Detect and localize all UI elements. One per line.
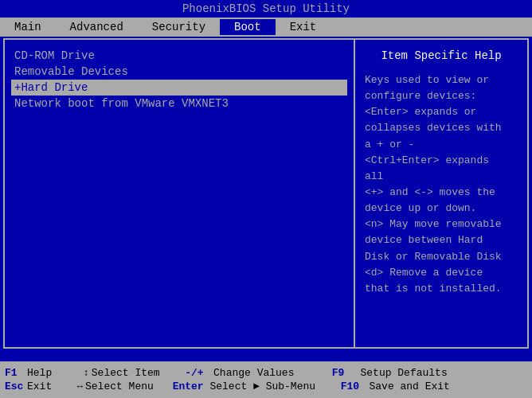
- boot-device-item[interactable]: Network boot from VMware VMXNET3: [11, 96, 347, 111]
- menu-item-security[interactable]: Security: [138, 19, 220, 35]
- leftright-arrow: ↔: [77, 381, 83, 392]
- key-f10: F10: [341, 380, 363, 392]
- updown-arrow: ↕: [84, 368, 89, 379]
- menu-item-exit[interactable]: Exit: [276, 19, 331, 35]
- help-title: Item Specific Help: [365, 48, 518, 64]
- app-title: PhoenixBIOS Setup Utility: [182, 2, 350, 15]
- desc-help: Help: [27, 367, 71, 379]
- menu-bar: MainAdvancedSecurityBootExit: [0, 18, 532, 37]
- key-f9: F9: [332, 367, 354, 379]
- bottom-bar: F1 Help ↕ Select Item -/+ Change Values …: [0, 361, 532, 398]
- boot-device-item[interactable]: +Hard Drive: [11, 80, 347, 96]
- shortcut-row-1: F1 Help ↕ Select Item -/+ Change Values …: [5, 367, 527, 379]
- boot-device-item[interactable]: Removable Devices: [11, 64, 347, 80]
- help-text: Keys used to view or configure devices: …: [365, 72, 518, 297]
- desc-select-menu: Select Menu: [85, 380, 160, 392]
- key-minus-plus: -/+: [185, 367, 207, 379]
- shortcut-row-2: Esc Exit ↔ Select Menu Enter Select ► Su…: [5, 380, 527, 392]
- menu-item-advanced[interactable]: Advanced: [56, 19, 138, 35]
- desc-select-submenu: Select ► Sub-Menu: [204, 380, 328, 392]
- left-panel: CD-ROM Drive Removable Devices+Hard Driv…: [5, 40, 355, 347]
- desc-change-values: Change Values: [207, 367, 319, 379]
- desc-exit: Exit: [27, 380, 65, 392]
- title-bar: PhoenixBIOS Setup Utility: [0, 0, 532, 18]
- main-content: CD-ROM Drive Removable Devices+Hard Driv…: [3, 38, 529, 349]
- menu-item-boot[interactable]: Boot: [220, 19, 276, 35]
- desc-setup-defaults: Setup Defaults: [354, 367, 448, 379]
- desc-select-item: Select Item: [92, 367, 172, 379]
- key-enter: Enter: [173, 380, 204, 392]
- right-panel: Item Specific Help Keys used to view or …: [355, 40, 527, 347]
- shortcut-rows: F1 Help ↕ Select Item -/+ Change Values …: [5, 367, 527, 392]
- key-f1: F1: [5, 367, 27, 379]
- key-esc: Esc: [5, 380, 27, 392]
- boot-device-item[interactable]: CD-ROM Drive: [11, 48, 347, 64]
- menu-item-main[interactable]: Main: [0, 19, 56, 35]
- desc-save-exit: Save and Exit: [363, 380, 450, 392]
